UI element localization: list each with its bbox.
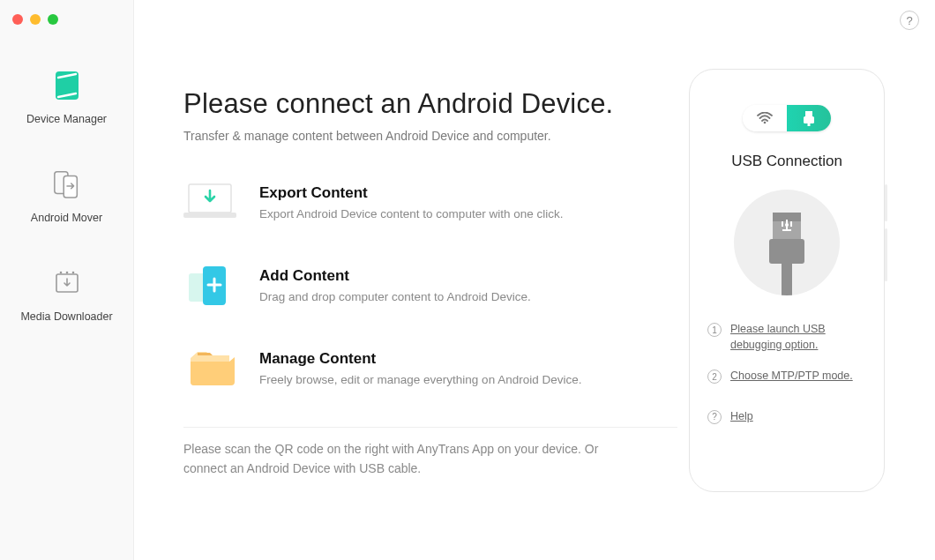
step-2: 2 Choose MTP/PTP mode. [707,369,866,385]
svg-point-4 [59,272,62,274]
step-list: 1 Please launch USB debugging option. 2 … [706,322,868,424]
svg-rect-13 [804,116,814,123]
step-number: ? [707,410,722,424]
fullscreen-window-icon[interactable] [48,14,58,25]
connection-toggle[interactable] [706,105,868,131]
page-subtitle: Transfer & manage content between Androi… [183,129,677,143]
connection-title: USB Connection [706,153,868,170]
main-area: ? Please connect an Android Device. Tran… [134,0,935,560]
usb-toggle-option[interactable] [787,105,831,131]
feature-desc: Drag and drop computer content to Androi… [259,290,531,303]
sidebar-item-label: Android Mover [31,212,102,224]
phone-frame: USB Connection 1 Please launch USB d [689,69,885,492]
step-number: 2 [707,370,722,384]
minimize-window-icon[interactable] [30,14,41,25]
step-link-usb-debugging[interactable]: Please launch USB debugging option. [730,322,866,353]
sidebar-item-android-mover[interactable]: Android Mover [0,150,133,249]
device-manager-icon [52,71,82,101]
step-1: 1 Please launch USB debugging option. [707,322,866,353]
feature-manage-content[interactable]: Manage Content Freely browse, edit or ma… [183,344,677,392]
help-button[interactable]: ? [900,11,919,30]
media-downloader-icon [52,268,82,298]
sidebar-item-label: Media Downloader [20,310,112,323]
svg-rect-18 [769,239,804,264]
sidebar-item-device-manager[interactable]: Device Manager [0,51,133,150]
feature-title: Export Content [259,184,563,202]
svg-rect-8 [183,213,236,218]
usb-plug-icon [803,110,815,126]
wifi-icon [757,112,773,124]
manage-content-icon [183,344,236,392]
close-window-icon[interactable] [12,14,23,25]
feature-desc: Freely browse, edit or manage everything… [259,373,581,386]
app-window: Device Manager Android Mover Media D [0,0,935,560]
feature-export-content[interactable]: Export Content Export Android Device con… [183,178,677,226]
usb-connector-graphic [734,190,840,295]
add-content-icon [183,261,236,309]
question-icon: ? [906,14,912,27]
help-link[interactable]: Help [730,409,753,425]
window-controls [0,14,133,51]
svg-rect-14 [808,123,811,126]
export-content-icon [183,178,236,226]
step-help: ? Help [707,409,866,425]
feature-title: Add Content [259,267,531,285]
step-link-mtp-ptp[interactable]: Choose MTP/PTP mode. [730,369,853,385]
sidebar: Device Manager Android Mover Media D [0,0,134,560]
feature-title: Manage Content [259,350,581,368]
sidebar-item-label: Device Manager [26,113,107,125]
svg-point-17 [785,223,789,227]
usb-connector-icon [760,207,813,295]
android-mover-icon [52,169,82,199]
feature-desc: Export Android Device content to compute… [259,207,563,220]
step-number: 1 [707,323,722,337]
device-column: USB Connection 1 Please launch USB d [677,0,896,560]
sidebar-item-media-downloader[interactable]: Media Downloader [0,249,133,347]
svg-point-5 [65,272,68,274]
content-column: Please connect an Android Device. Transf… [183,0,677,560]
feature-add-content[interactable]: Add Content Drag and drop computer conte… [183,261,677,309]
svg-rect-19 [782,264,792,295]
divider [183,427,677,428]
page-title: Please connect an Android Device. [183,88,677,120]
footer-note: Please scan the QR code on the right wit… [183,440,642,478]
svg-point-6 [71,272,74,274]
wifi-toggle-option[interactable] [743,105,787,131]
svg-rect-12 [805,111,812,116]
svg-rect-2 [64,176,77,198]
svg-point-11 [764,122,767,124]
